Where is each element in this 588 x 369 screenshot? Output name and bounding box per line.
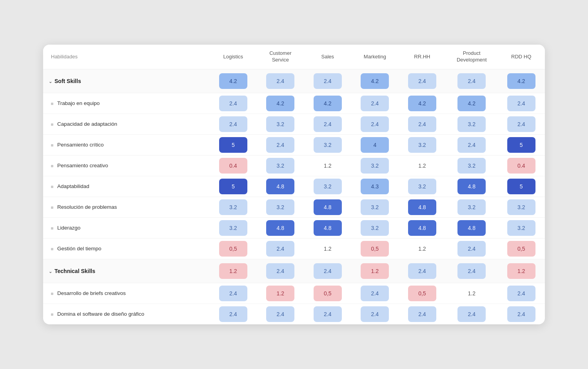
cell-value: 3.2: [351, 155, 399, 176]
cell-value: 0,5: [497, 238, 545, 259]
cell-value: 4.8: [257, 176, 304, 197]
cell-value: 2.4: [497, 304, 545, 324]
cell-value: 0.4: [497, 155, 545, 176]
value-badge: 4.2: [361, 73, 389, 89]
value-badge: 4: [361, 137, 389, 153]
value-badge: 3.2: [266, 158, 294, 174]
row-label: Desarrollo de briefs creativos: [43, 283, 210, 304]
row-label: Adaptabilidad: [43, 176, 210, 197]
cell-value: 4.8: [399, 217, 446, 238]
cell-value: 1.2: [210, 259, 257, 283]
value-badge: 2.4: [361, 286, 389, 301]
col-header-rrhh: RR.HH: [399, 45, 446, 69]
value-badge: 2.4: [408, 306, 436, 322]
bullet-icon: [51, 123, 53, 126]
value-badge: 2.4: [361, 96, 389, 111]
header-row: Habilidades Logistics Customer Service S…: [43, 45, 545, 69]
value-badge: 4.8: [457, 179, 486, 194]
cell-value: 5: [497, 176, 545, 197]
sub-row: Capacidad de adaptación2.43.22.42.42.43.…: [43, 114, 545, 134]
value-badge: 2.4: [408, 263, 436, 279]
group-row: ⌄Soft Skills4.22.42.44.22.42.44.2: [43, 69, 545, 93]
cell-value: 4.8: [399, 197, 446, 217]
cell-value: 2.4: [399, 304, 446, 324]
value-badge: 0,5: [219, 241, 247, 257]
sub-row: Pensamiento crítico52.43.243.22.45: [43, 134, 545, 155]
value-badge: 2.4: [266, 241, 294, 257]
value-badge: 3.2: [507, 199, 535, 215]
value-badge: 2.4: [314, 73, 342, 89]
cell-value: 4.8: [446, 176, 497, 197]
value-badge: 5: [219, 179, 247, 194]
cell-value: 4.2: [257, 93, 304, 114]
value-badge: 2.4: [408, 73, 436, 89]
value-badge: 3.2: [314, 137, 342, 153]
row-label: Pensamiento creativo: [43, 155, 210, 176]
cell-value: 2.4: [304, 69, 352, 93]
value-badge: 4.2: [408, 96, 436, 111]
value-badge: 2.4: [266, 137, 294, 153]
cell-value: 2.4: [257, 238, 304, 259]
cell-value: 1.2: [257, 283, 304, 304]
value-badge: 4.2: [314, 96, 342, 111]
skills-card: Habilidades Logistics Customer Service S…: [43, 45, 545, 324]
sub-row: Gestión del tiempo0,52.41.20,51.22.40,5: [43, 238, 545, 259]
cell-value: 2.4: [497, 93, 545, 114]
col-header-marketing: Marketing: [351, 45, 399, 69]
cell-value: 2.4: [399, 259, 446, 283]
value-badge: 2.4: [219, 306, 247, 322]
value-badge: 2.4: [507, 286, 535, 301]
value-badge: 2.4: [266, 73, 294, 89]
chevron-icon: ⌄: [49, 79, 52, 84]
value-badge: 0.4: [507, 158, 535, 174]
cell-value: 2.4: [257, 69, 304, 93]
cell-value: 3.2: [497, 197, 545, 217]
cell-value: 1.2: [446, 283, 497, 304]
table-container: Habilidades Logistics Customer Service S…: [43, 45, 545, 324]
value-badge: 2.4: [457, 73, 486, 89]
cell-value: 2.4: [351, 93, 399, 114]
cell-value: 2.4: [210, 304, 257, 324]
cell-value: 3.2: [351, 197, 399, 217]
value-badge: 5: [507, 179, 535, 194]
cell-value: 4.8: [446, 217, 497, 238]
sub-row: Resolución de problemas3.23.24.83.24.83.…: [43, 197, 545, 217]
cell-value: 3.2: [210, 197, 257, 217]
group-row: ⌄Technical Skills1.22.42.41.22.42.41.2: [43, 259, 545, 283]
cell-value: 0,5: [399, 283, 446, 304]
value-badge: 3.2: [361, 220, 389, 236]
cell-value: 1.2: [304, 238, 352, 259]
bullet-icon: [51, 144, 53, 147]
value-badge: 4.8: [266, 179, 294, 194]
cell-value: 5: [210, 134, 257, 155]
value-badge: 2.4: [507, 116, 535, 132]
value-badge: 1.2: [507, 263, 535, 279]
cell-value: 2.4: [210, 283, 257, 304]
value-badge: 2.4: [507, 306, 535, 322]
value-badge: 3.2: [314, 179, 342, 194]
value-badge: 2.4: [361, 116, 389, 132]
value-badge: 2.4: [219, 116, 247, 132]
cell-value: 2.4: [304, 114, 352, 134]
cell-value: 1.2: [351, 259, 399, 283]
cell-value: 2.4: [257, 134, 304, 155]
cell-value: 2.4: [446, 69, 497, 93]
sub-row: Liderazgo3.24.84.83.24.84.83.2: [43, 217, 545, 238]
value-badge: 5: [219, 137, 247, 153]
row-label: ⌄Soft Skills: [43, 69, 210, 93]
cell-value: 4.2: [304, 93, 352, 114]
cell-value: 3.2: [304, 134, 352, 155]
cell-value: 0,5: [304, 283, 352, 304]
cell-value: 2.4: [304, 304, 352, 324]
value-badge: 2.4: [219, 286, 247, 301]
value-badge: 3.2: [219, 220, 247, 236]
cell-value: 2.4: [257, 304, 304, 324]
row-label: Capacidad de adaptación: [43, 114, 210, 134]
value-badge: 4.8: [457, 220, 486, 236]
value-badge: 3.2: [266, 199, 294, 215]
value-badge: 0,5: [314, 286, 342, 301]
value-badge: 4.2: [507, 73, 535, 89]
value-badge: 4.8: [408, 199, 436, 215]
sub-row: Trabajo en equipo2.44.24.22.44.24.22.4: [43, 93, 545, 114]
skills-table: Habilidades Logistics Customer Service S…: [43, 45, 545, 324]
